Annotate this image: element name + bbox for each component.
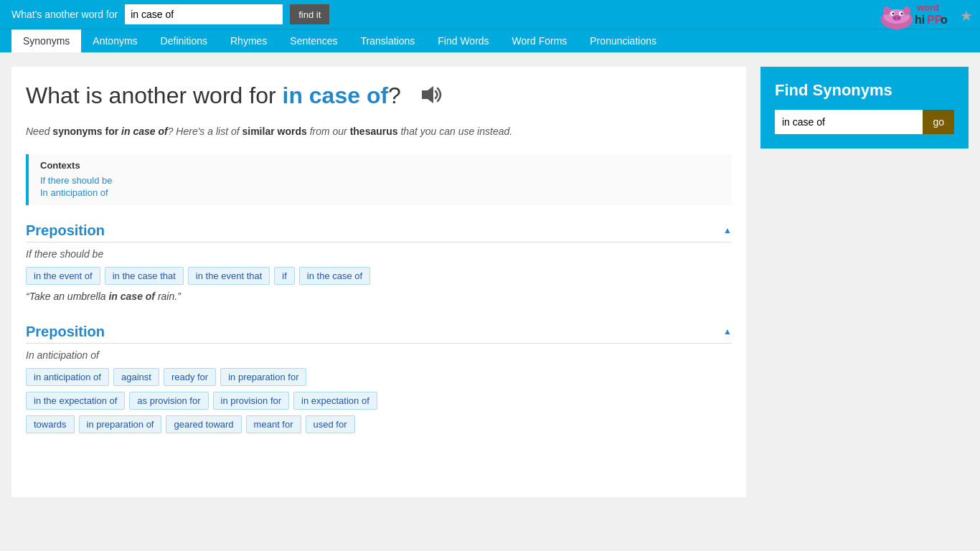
star-icon[interactable]: ★ [960,7,973,24]
tag-in-preparation-for[interactable]: in preparation for [220,368,306,386]
header-label: What's another word for [11,9,118,20]
tag-used-for[interactable]: used for [306,415,355,433]
desc-bold3: thesaurus [350,126,398,137]
search-input[interactable] [125,4,283,24]
sound-icon[interactable] [419,83,442,113]
nav-antonyms[interactable]: Antonyms [81,29,149,52]
title-suffix: ? [388,83,401,108]
svg-marker-15 [422,86,433,103]
svg-text:word: word [916,2,939,13]
svg-point-3 [903,6,910,15]
sidebar: Find Synonyms go [760,67,969,497]
nav-rhymes[interactable]: Rhymes [219,29,278,52]
section-header-1: Preposition ▲ [26,222,732,242]
section-subtitle-2: In anticipation of [26,349,732,361]
svg-point-9 [894,17,896,19]
section-subtitle-1: If there should be [26,248,732,260]
tags-row-2b: in the expectation of as provision for i… [26,392,732,410]
tags-row-2: in anticipation of against ready for in … [26,368,732,386]
tag-against[interactable]: against [113,368,159,386]
nav: Synonyms Antonyms Definitions Rhymes Sen… [0,29,980,52]
section-title-1: Preposition [26,222,105,239]
tag-as-provision-for[interactable]: as provision for [129,392,208,410]
context-link-2[interactable]: In anticipation of [40,187,720,198]
nav-definitions[interactable]: Definitions [149,29,219,52]
title-prefix: What is another word for [26,83,276,108]
page-title: What is another word for in case of? [26,81,732,112]
tag-in-provision-for[interactable]: in provision for [213,392,290,410]
collapse-btn-1[interactable]: ▲ [723,225,732,235]
section-title-2: Preposition [26,324,105,340]
desc-bold1: synonyms for in case of [52,126,167,137]
tag-in-the-expectation-of[interactable]: in the expectation of [26,392,125,410]
desc-bold2: similar words [242,126,306,137]
nav-word-forms[interactable]: Word Forms [501,29,579,52]
tags-row-1: in the event of in the case that in the … [26,267,732,285]
nav-synonyms[interactable]: Synonyms [11,29,81,52]
logo-container: word hi PP o [875,0,969,32]
tag-in-anticipation-of[interactable]: in anticipation of [26,368,109,386]
svg-point-6 [892,13,895,15]
svg-point-7 [901,13,903,15]
tag-in-preparation-of[interactable]: in preparation of [79,415,162,433]
collapse-btn-2[interactable]: ▲ [723,326,732,336]
synonym-search-row: go [775,110,954,134]
svg-text:o: o [941,14,948,26]
title-keyword: in case of [282,83,388,108]
tag-ready-for[interactable]: ready for [164,368,216,386]
description: Need synonyms for in case of? Here's a l… [26,123,732,139]
tag-towards[interactable]: towards [26,415,75,433]
context-link-1[interactable]: If there should be [40,175,720,186]
header: What's another word for find it word hi … [0,0,980,29]
section-header-2: Preposition ▲ [26,324,732,344]
contexts-title: Contexts [40,160,720,171]
find-it-button[interactable]: find it [290,4,329,24]
go-button[interactable]: go [923,110,954,134]
contexts-box: Contexts If there should be In anticipat… [26,154,732,205]
section-preposition-1: Preposition ▲ If there should be in the … [26,222,732,302]
nav-translations[interactable]: Translations [349,29,427,52]
tag-if[interactable]: if [274,267,295,285]
main-layout: What is another word for in case of? Nee… [0,52,980,512]
find-synonyms-box: Find Synonyms go [760,67,969,149]
tag-in-the-event-of[interactable]: in the event of [26,267,100,285]
section-quote-1: “Take an umbrella in case of rain.” [26,291,732,302]
tag-in-the-case-that[interactable]: in the case that [105,267,184,285]
nav-sentences[interactable]: Sentences [278,29,349,52]
tag-in-expectation-of[interactable]: in expectation of [293,392,377,410]
synonym-input[interactable] [775,110,923,134]
tag-geared-toward[interactable]: geared toward [166,415,241,433]
quote-emphasis: in case of [108,291,155,302]
svg-text:hi: hi [915,14,925,26]
tag-in-the-case-of[interactable]: in the case of [299,267,370,285]
nav-find-words[interactable]: Find Words [426,29,500,52]
section-preposition-2: Preposition ▲ In anticipation of in anti… [26,324,732,433]
tag-in-the-event-that[interactable]: in the event that [188,267,270,285]
content-area: What is another word for in case of? Nee… [11,67,746,497]
wordhippo-logo: word hi PP o [875,0,969,32]
svg-point-2 [883,6,890,15]
nav-pronunciations[interactable]: Pronunciations [578,29,668,52]
find-synonyms-title: Find Synonyms [775,81,954,100]
svg-point-10 [898,17,900,19]
tags-row-2c: towards in preparation of geared toward … [26,415,732,433]
tag-meant-for[interactable]: meant for [246,415,301,433]
